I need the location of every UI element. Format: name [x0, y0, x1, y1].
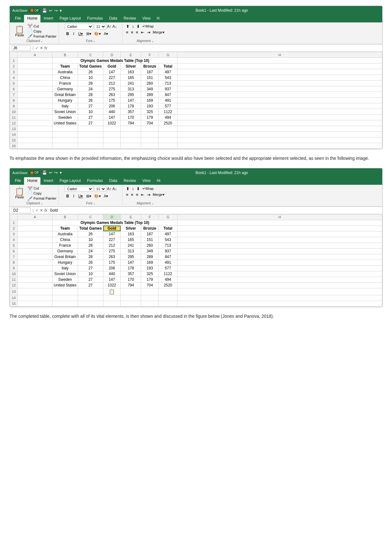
font-size-select-1[interactable]: 11	[94, 24, 106, 29]
fill-color-btn-2[interactable]: 🎨▾	[93, 194, 102, 199]
cut-item-2[interactable]: ✂️ Cut	[27, 186, 57, 191]
border-btn-1[interactable]: ⊞▾	[85, 31, 92, 36]
cell-f2-s2[interactable]: Bronze	[141, 226, 159, 231]
undo-icon-2[interactable]: ↩	[49, 170, 52, 175]
formula-input-2[interactable]	[48, 208, 380, 213]
autosave-pill-2[interactable]: Off	[29, 171, 40, 175]
italic-button-2[interactable]: I	[71, 193, 75, 199]
paste-button-1[interactable]: 📋 Paste	[13, 25, 26, 38]
tab-formulas-1[interactable]: Formulas	[84, 15, 106, 22]
tab-insert-1[interactable]: Insert	[40, 15, 56, 22]
cell-b1-merged-2[interactable]: Olympic Games Medals Table (Top 10)	[52, 220, 178, 226]
fill-color-btn-1[interactable]: 🎨▾	[93, 31, 102, 36]
copy-item-2[interactable]: 📄 Copy	[27, 191, 57, 196]
tab-review-1[interactable]: Review	[120, 15, 139, 22]
more-icon[interactable]: ▾	[60, 8, 62, 13]
col-header-d-1[interactable]: D	[103, 52, 121, 58]
tab-page-layout-2[interactable]: Page Layout	[56, 177, 84, 185]
col-header-f-1[interactable]: F	[141, 52, 159, 58]
cell-d2-s2[interactable]: Gold	[103, 226, 121, 231]
cell-e2-s2[interactable]: Silver	[121, 226, 141, 231]
check-icon-2[interactable]: ✓	[35, 208, 39, 213]
indent-left-btn-2[interactable]: ⇤	[140, 192, 145, 197]
merge-btn-2[interactable]: Merge▾	[152, 192, 166, 197]
align-center-btn-1[interactable]: ≡	[130, 30, 134, 35]
tab-file-1[interactable]: File	[12, 15, 24, 22]
italic-button-1[interactable]: I	[71, 31, 75, 37]
format-painter-item-2[interactable]: 🖌️ Format Painter	[27, 196, 57, 201]
tab-home-2[interactable]: Home	[24, 177, 40, 185]
cell-b2-s2[interactable]: Team	[52, 226, 78, 231]
font-color-btn-2[interactable]: A▾	[103, 194, 109, 199]
font-name-select-2[interactable]: Calibri	[65, 186, 93, 192]
col-header-b-2[interactable]: B	[52, 214, 78, 220]
font-grow-icon-2[interactable]: A↑	[107, 187, 112, 191]
underline-button-2[interactable]: U▾	[77, 193, 85, 199]
cell-b2[interactable]: Team	[52, 63, 78, 69]
align-right-btn-2[interactable]: ≡	[135, 192, 139, 197]
underline-button-1[interactable]: U▾	[77, 31, 85, 37]
merge-btn-1[interactable]: Merge▾	[152, 30, 166, 35]
font-shrink-icon-2[interactable]: A↓	[112, 187, 117, 191]
tab-h-1[interactable]: H	[154, 15, 163, 22]
cell-f2[interactable]: Bronze	[141, 63, 159, 69]
formula-input-1[interactable]	[48, 45, 380, 51]
align-bottom-btn-2[interactable]: ⬇	[136, 186, 141, 191]
font-grow-icon-1[interactable]: A↑	[107, 24, 112, 29]
tab-data-1[interactable]: Data	[106, 15, 120, 22]
cell-h2[interactable]	[178, 63, 382, 69]
col-header-a-2[interactable]: A	[18, 214, 52, 220]
align-top-btn-1[interactable]: ⬆	[125, 24, 130, 29]
indent-left-btn-1[interactable]: ⇤	[140, 30, 145, 35]
border-btn-2[interactable]: ⊞▾	[85, 194, 92, 199]
col-header-e-2[interactable]: E	[121, 214, 141, 220]
col-header-h-1[interactable]: H	[178, 52, 382, 58]
font-name-select-1[interactable]: Calibri	[65, 24, 93, 29]
col-header-c-1[interactable]: C	[78, 52, 103, 58]
cancel-icon-1[interactable]: ✕	[40, 46, 43, 50]
copy-item-1[interactable]: 📄 Copy	[27, 29, 57, 33]
col-header-d-2[interactable]: D	[103, 214, 121, 220]
cell-c2[interactable]: Total Games	[78, 63, 103, 69]
cut-item-1[interactable]: ✂️ Cut	[27, 24, 57, 28]
cell-d2[interactable]: Gold	[103, 63, 121, 69]
font-expand-icon-2[interactable]: ⌄	[93, 202, 95, 205]
font-size-select-2[interactable]: 11	[94, 186, 106, 192]
tab-file-2[interactable]: File	[12, 177, 24, 185]
tab-review-2[interactable]: Review	[120, 177, 139, 185]
align-left-btn-1[interactable]: ≡	[125, 30, 130, 35]
name-box-1[interactable]	[12, 45, 31, 51]
clipboard-expand-icon-1[interactable]: ⌄	[40, 39, 43, 43]
bold-button-1[interactable]: B	[65, 31, 71, 37]
wrap-text-btn-1[interactable]: ↵Wrap	[142, 24, 154, 29]
name-box-2[interactable]	[12, 208, 31, 213]
indent-right-btn-2[interactable]: ⇥	[146, 192, 151, 197]
cell-b1-merged[interactable]: Olympic Games Medals Table (Top 10)	[52, 58, 178, 63]
indent-right-btn-1[interactable]: ⇥	[146, 30, 151, 35]
align-right-btn-1[interactable]: ≡	[135, 30, 139, 35]
redo-icon[interactable]: ↪	[54, 8, 58, 13]
col-header-f-2[interactable]: F	[141, 214, 159, 220]
tab-data-2[interactable]: Data	[106, 177, 120, 185]
col-header-e-1[interactable]: E	[121, 52, 141, 58]
font-color-btn-1[interactable]: A▾	[103, 31, 109, 36]
align-bottom-btn-1[interactable]: ⬇	[136, 24, 141, 29]
check-icon-1[interactable]: ✓	[35, 46, 39, 50]
col-header-a-1[interactable]: A	[18, 52, 52, 58]
tab-home-1[interactable]: Home	[24, 15, 40, 22]
align-left-btn-2[interactable]: ≡	[125, 192, 130, 197]
col-header-g-1[interactable]: G	[159, 52, 178, 58]
col-header-h-2[interactable]: H	[178, 214, 382, 220]
autosave-toggle[interactable]: AutoSave Off	[12, 9, 40, 13]
alignment-expand-icon-1[interactable]: ⌄	[151, 39, 154, 43]
cancel-icon-2[interactable]: ✕	[40, 208, 43, 213]
col-header-b-1[interactable]: B	[52, 52, 78, 58]
bold-button-2[interactable]: B	[65, 193, 71, 199]
cell-g2[interactable]: Total	[159, 63, 178, 69]
cell-h1[interactable]	[178, 58, 382, 63]
tab-formulas-2[interactable]: Formulas	[84, 177, 106, 185]
tab-page-layout-1[interactable]: Page Layout	[56, 15, 84, 22]
cell-g2-s2[interactable]: Total	[159, 226, 178, 231]
more-icon-2[interactable]: ▾	[60, 170, 62, 175]
align-middle-btn-1[interactable]: ↕	[131, 24, 135, 29]
